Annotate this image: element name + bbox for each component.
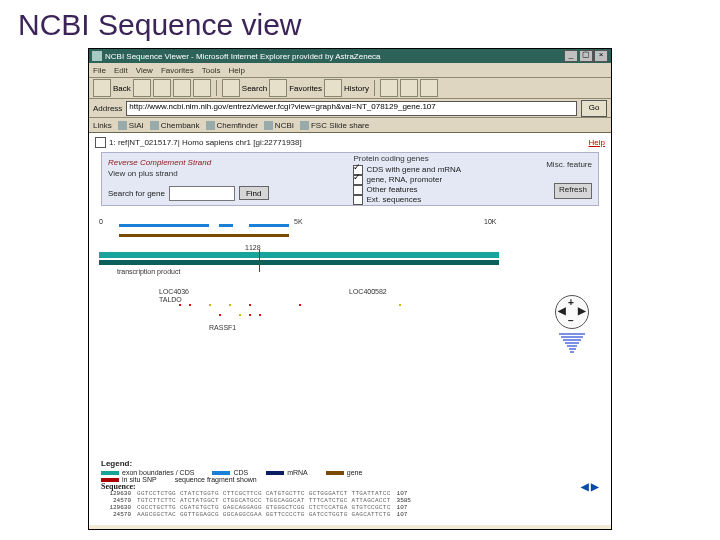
close-button[interactable]: ×	[594, 50, 608, 62]
slide-title: NCBI Sequence view	[18, 8, 301, 42]
maximize-button[interactable]: ▢	[579, 50, 593, 62]
track-note: transcription product	[117, 268, 180, 275]
opt-exseq[interactable]	[353, 195, 363, 205]
seq-end: 3585	[397, 497, 427, 504]
legend-title: Legend:	[101, 459, 599, 468]
tick-mid: 5K	[294, 218, 303, 225]
link-item[interactable]: NCBI	[264, 121, 294, 130]
legend-item: gene	[347, 469, 363, 476]
select-checkbox[interactable]	[95, 137, 106, 148]
menu-help[interactable]: Help	[228, 66, 244, 75]
search-label: Search	[242, 84, 267, 93]
tick-end: 10K	[484, 218, 496, 225]
menu-view[interactable]: View	[136, 66, 153, 75]
address-bar: Address http://www.ncbi.nlm.nih.gov/entr…	[89, 99, 611, 118]
history-label: History	[344, 84, 369, 93]
menu-favorites[interactable]: Favorites	[161, 66, 194, 75]
seq-pos: 129630	[101, 504, 131, 511]
address-label: Address	[93, 104, 122, 113]
print-button[interactable]	[400, 79, 418, 97]
link-item[interactable]: FSC Slide share	[300, 121, 369, 130]
refresh-features-button[interactable]: Refresh	[554, 183, 592, 199]
go-button[interactable]: Go	[581, 100, 607, 117]
home-button[interactable]	[193, 79, 211, 97]
coding-checklist: CDS with gene and mRNA gene, RNA, promot…	[353, 165, 461, 205]
search-gene-input[interactable]	[169, 186, 235, 201]
reverse-strand-sub: View on plus strand	[108, 169, 269, 178]
search-button[interactable]	[222, 79, 240, 97]
favorites-label: Favorites	[289, 84, 322, 93]
seq-end: 107	[397, 490, 427, 497]
legend: Legend: exon boundaries / CDS CDS mRNA g…	[101, 459, 599, 483]
seq-text: GGTCCTCTGG CTATCTGGTG CTTCGCTTCG CATGTGC…	[137, 490, 391, 497]
coding-header: Protein coding genes	[353, 154, 461, 163]
seq-prev-icon[interactable]: ◀	[581, 481, 589, 492]
gene-label: TALDO	[159, 296, 182, 303]
stop-button[interactable]	[153, 79, 171, 97]
seq-pos: 24570	[101, 511, 131, 518]
search-gene-label: Search for gene	[108, 189, 165, 198]
menu-bar: File Edit View Favorites Tools Help	[89, 63, 611, 78]
gene-label: LOC4036	[159, 288, 189, 295]
refresh-button[interactable]	[173, 79, 191, 97]
menu-tools[interactable]: Tools	[202, 66, 221, 75]
seq-text: CGCCTGCTTG CGATGTGCTG GAGCAGGAGG GTGGGCT…	[137, 504, 391, 511]
link-item[interactable]: Chembank	[150, 121, 200, 130]
opt-other[interactable]	[353, 185, 363, 195]
gene-label: RASSF1	[209, 324, 236, 331]
misc-header: Misc. feature	[546, 160, 592, 169]
back-button[interactable]	[93, 79, 111, 97]
seq-end: 107	[397, 504, 427, 511]
seq-next-icon[interactable]: ▶	[591, 481, 599, 492]
sequence-title: Sequence:	[101, 483, 136, 490]
reverse-strand-header: Reverse Complement Strand	[108, 158, 269, 167]
seq-pos: 129630	[101, 490, 131, 497]
nav-toolbar: Back Search Favorites History	[89, 78, 611, 99]
seq-text: AAGCGGCTAC GGTTGGAGCG GGCAGGCGAA GGTTCCC…	[137, 511, 391, 518]
browser-window: NCBI Sequence Viewer - Microsoft Interne…	[88, 48, 612, 530]
favorites-button[interactable]	[269, 79, 287, 97]
legend-item: CDS	[233, 469, 248, 476]
mail-button[interactable]	[380, 79, 398, 97]
window-titlebar: NCBI Sequence Viewer - Microsoft Interne…	[89, 49, 611, 63]
seq-text: TGTCTTCTTC ATCTATGGCT CTGGCATGCC TGGCAGG…	[137, 497, 391, 504]
menu-edit[interactable]: Edit	[114, 66, 128, 75]
legend-item: sequence fragment shown	[175, 476, 257, 483]
legend-item: exon boundaries / CDS	[122, 469, 194, 476]
seq-end: 107	[397, 511, 427, 518]
find-button[interactable]: Find	[239, 186, 269, 200]
menu-file[interactable]: File	[93, 66, 106, 75]
forward-button[interactable]	[133, 79, 151, 97]
history-button[interactable]	[324, 79, 342, 97]
link-item[interactable]: Chemfinder	[206, 121, 258, 130]
genomic-view[interactable]: 0 5K 10K 1128 transcription product LOC4…	[99, 212, 601, 342]
links-bar: Links SIAI Chembank Chemfinder NCBI FSC …	[89, 118, 611, 133]
opt-gene[interactable]	[353, 175, 363, 185]
tick-start: 0	[99, 218, 103, 225]
ie-icon	[92, 51, 102, 61]
back-label: Back	[113, 84, 131, 93]
sequence-panel: Sequence: ◀ ▶ 129630GGTCCTCTGG CTATCTGGT…	[101, 483, 599, 525]
page-content: 1: ref|NT_021517.7| Homo sapiens chr1 [g…	[89, 133, 611, 525]
record-title: 1: ref|NT_021517.7| Homo sapiens chr1 [g…	[109, 138, 302, 147]
link-item[interactable]: SIAI	[118, 121, 144, 130]
links-label: Links	[93, 121, 112, 130]
options-panel: Reverse Complement Strand View on plus s…	[101, 152, 599, 206]
gene-label: LOC400582	[349, 288, 387, 295]
legend-item: mRNA	[287, 469, 308, 476]
window-title: NCBI Sequence Viewer - Microsoft Interne…	[105, 52, 381, 61]
edit-button[interactable]	[420, 79, 438, 97]
address-input[interactable]: http://www.ncbi.nlm.nih.gov/entrez/viewe…	[126, 101, 577, 116]
minimize-button[interactable]: _	[564, 50, 578, 62]
seq-pos: 24570	[101, 497, 131, 504]
help-link[interactable]: Help	[589, 138, 605, 147]
